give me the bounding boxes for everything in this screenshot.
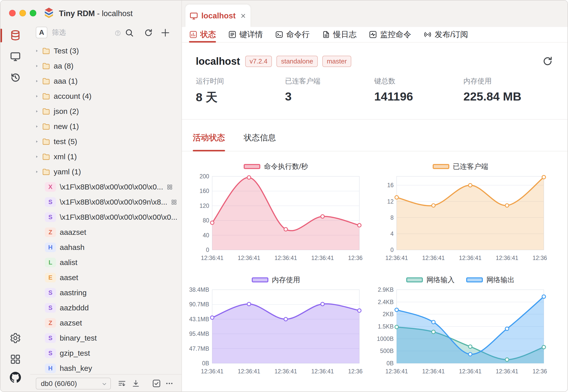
sidebar-footer: db0 (60/60): [30, 374, 181, 392]
status-icon: [189, 30, 198, 39]
svg-text:12:36:41: 12:36:41: [422, 368, 445, 375]
key-label: \x1F\x8B\x08\x00\x00\x09n\x8...: [60, 198, 167, 206]
tree-key[interactable]: Haahash: [30, 240, 181, 255]
svg-text:12: 12: [387, 198, 394, 205]
apps-button[interactable]: [10, 353, 21, 365]
binary-icon: [171, 199, 177, 205]
caret-right-icon[interactable]: [34, 154, 39, 159]
legend-swatch: [433, 164, 449, 169]
folder-label: xml (1): [54, 152, 77, 161]
legend-item[interactable]: 网络输入: [406, 275, 455, 285]
caret-right-icon[interactable]: [34, 79, 39, 84]
github-button[interactable]: [10, 372, 21, 383]
svg-text:47.7MB: 47.7MB: [189, 345, 209, 352]
svg-text:143.1MB: 143.1MB: [189, 316, 209, 322]
svg-text:12:36:41: 12:36:41: [385, 368, 408, 375]
load-all-button[interactable]: [131, 379, 140, 388]
stat-uptime: 运行时间8 天: [196, 76, 285, 105]
svg-text:0B: 0B: [202, 360, 209, 367]
app-logo-icon: [42, 7, 55, 20]
tree-key[interactable]: X\x1F\x8B\x08\x00\x00\x00\x0...: [30, 179, 181, 194]
rail-server-button[interactable]: [10, 51, 21, 62]
key-type-badge: X: [45, 182, 56, 192]
stat-memory: 内存使用225.84 MB: [463, 76, 553, 105]
subtab-activity[interactable]: 活动状态: [193, 120, 225, 151]
subtab-info[interactable]: 状态信息: [244, 120, 276, 151]
tree-key[interactable]: Sbinary_test: [30, 331, 181, 346]
connection-tab[interactable]: localhost: [185, 5, 250, 27]
more-actions-button[interactable]: [165, 379, 174, 388]
tree-key[interactable]: Saazbddd: [30, 300, 181, 315]
svg-text:12:36:41: 12:36:41: [496, 368, 518, 375]
tree-folder[interactable]: yaml (1): [30, 164, 181, 179]
nav-tab-pubsub[interactable]: 发布/订阅: [423, 27, 468, 42]
key-label: aalist: [60, 258, 77, 267]
svg-text:1.5KB: 1.5KB: [378, 323, 394, 330]
svg-text:12:36:41: 12:36:41: [238, 368, 260, 375]
nav-tabs: 状态键详情命令行慢日志监控命令发布/订阅: [182, 27, 568, 43]
plus-icon: [160, 27, 171, 38]
tree-key[interactable]: S\x1F\x8B\x08\x00\x00\x00\x00\x0...: [30, 210, 181, 225]
tree-key[interactable]: Zaazset: [30, 315, 181, 331]
gear-icon: [10, 332, 21, 344]
legend-item[interactable]: 网络输出: [466, 275, 515, 285]
chart-legend: 已连客户端: [373, 161, 547, 172]
app-name: Tiny RDM: [59, 9, 95, 18]
caret-right-icon[interactable]: [34, 139, 39, 144]
batch-mode-button[interactable]: [151, 378, 162, 388]
folder-icon: [42, 92, 50, 101]
tree-folder[interactable]: new (1): [30, 119, 181, 134]
tree-key[interactable]: Eaaset: [30, 270, 181, 285]
close-window-button[interactable]: [9, 10, 16, 16]
key-tree: Test (3)aa (8)aaa (1)account (4)json (2)…: [30, 43, 181, 374]
caret-right-icon[interactable]: [34, 48, 39, 53]
close-tab-button[interactable]: [240, 12, 247, 19]
legend-item[interactable]: 内存使用: [252, 275, 300, 285]
tree-key[interactable]: Saastring: [30, 285, 181, 300]
tree-folder[interactable]: Test (3): [30, 43, 181, 58]
tree-key[interactable]: S\x1F\x8B\x08\x00\x00\x09n\x8...: [30, 194, 181, 210]
legend-item[interactable]: 命令执行数/秒: [244, 162, 308, 171]
history-icon: [10, 72, 21, 83]
tree-folder[interactable]: json (2): [30, 104, 181, 119]
nav-tab-keydetail[interactable]: 键详情: [228, 27, 263, 42]
tree-key[interactable]: Sgzip_test: [30, 346, 181, 361]
caret-right-icon[interactable]: [34, 124, 39, 129]
nav-tab-status[interactable]: 状态: [189, 27, 216, 42]
caret-right-icon[interactable]: [34, 109, 39, 114]
nav-tab-monitor[interactable]: 监控命令: [369, 27, 411, 42]
key-label: binary_test: [60, 334, 97, 342]
filter-mode-button[interactable]: A: [36, 27, 47, 38]
minimize-window-button[interactable]: [19, 10, 26, 16]
legend-item[interactable]: 已连客户端: [433, 162, 488, 171]
folder-label: aaa (1): [54, 77, 78, 85]
nav-tab-cli[interactable]: 命令行: [275, 27, 310, 42]
tree-folder[interactable]: test (5): [30, 134, 181, 149]
tree-folder[interactable]: aaa (1): [30, 74, 181, 89]
caret-right-icon[interactable]: [34, 94, 39, 99]
rail-browser-button[interactable]: [10, 29, 21, 41]
load-more-button[interactable]: [117, 379, 127, 388]
svg-text:190.7MB: 190.7MB: [189, 301, 209, 308]
tree-key[interactable]: Laalist: [30, 255, 181, 270]
db-selector[interactable]: db0 (60/60): [36, 378, 111, 389]
svg-text:95.4MB: 95.4MB: [189, 331, 209, 337]
caret-right-icon[interactable]: [34, 63, 39, 69]
zoom-window-button[interactable]: [30, 10, 36, 16]
tree-key[interactable]: Zaaazset: [30, 225, 181, 240]
key-detail-icon: [228, 30, 237, 39]
rail-history-button[interactable]: [10, 72, 21, 83]
tree-key[interactable]: Hhash_key: [30, 361, 181, 374]
apps-grid-icon: [10, 353, 21, 365]
settings-button[interactable]: [10, 332, 21, 344]
caret-right-icon[interactable]: [34, 169, 39, 174]
tree-folder[interactable]: xml (1): [30, 149, 181, 164]
add-key-button[interactable]: [160, 27, 171, 38]
filter-input[interactable]: [52, 27, 114, 38]
search-button[interactable]: [124, 28, 134, 38]
nav-tab-slowlog[interactable]: 慢日志: [322, 27, 357, 42]
tree-folder[interactable]: aa (8): [30, 58, 181, 74]
refresh-keys-button[interactable]: [144, 28, 153, 38]
refresh-stats-button[interactable]: [542, 55, 553, 67]
tree-folder[interactable]: account (4): [30, 89, 181, 104]
